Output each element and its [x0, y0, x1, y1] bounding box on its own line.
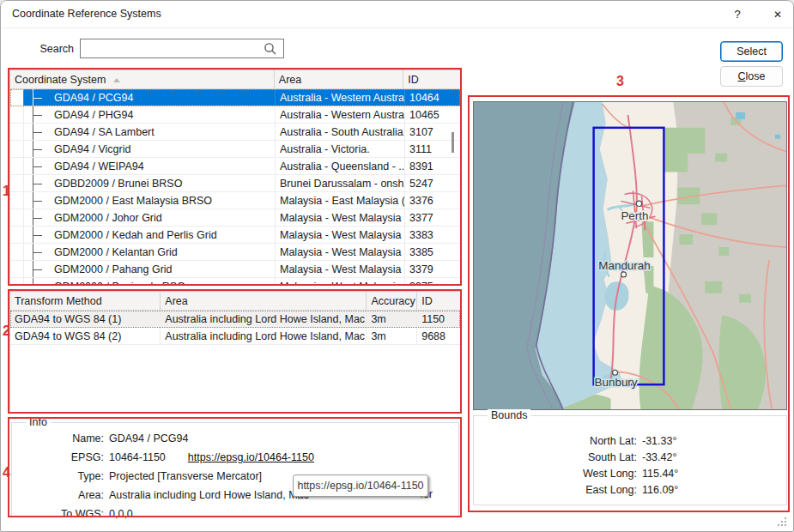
tree-branch-icon	[33, 209, 43, 226]
column-area[interactable]: Area	[275, 70, 403, 88]
table-row[interactable]: GDA94 to WGS 84 (2) Australia including …	[10, 328, 460, 345]
tree-branch-icon	[33, 89, 43, 106]
epsg-link[interactable]: https://epsg.io/10464-1150	[188, 451, 314, 463]
column-label: Accuracy	[371, 295, 415, 307]
table-row[interactable]: GDM2000 / Kedah and Perlis Grid Malaysia…	[10, 227, 460, 244]
table-row[interactable]: GDM2000 / East Malaysia BRSO Malaysia - …	[10, 192, 460, 209]
south-lat-value: -33.42°	[642, 451, 676, 463]
type-label: Type:	[12, 470, 104, 482]
select-button[interactable]: Select	[720, 41, 783, 62]
table-row[interactable]: GDBD2009 / Brunei BRSO Brunei Darussalam…	[10, 175, 460, 192]
towgs-label: To WGS:	[12, 508, 104, 520]
transform-method: GDA94 to WGS 84 (2)	[15, 330, 121, 342]
table-row[interactable]: GDM2000 / Kelantan Grid Malaysia - West …	[10, 244, 460, 261]
crs-area: Australia - Western Austra...	[280, 92, 405, 104]
crs-area: Malaysia - West Malaysia ...	[280, 263, 405, 275]
table-row[interactable]: GDA94 / WEIPA94 Australia - Queensland -…	[10, 158, 460, 175]
select-button-label: Select	[736, 45, 767, 57]
tree-branch-icon	[33, 192, 43, 209]
epsg-label: EPSG:	[12, 451, 104, 463]
crs-area: Malaysia - West Malaysia ...	[280, 246, 405, 258]
sort-ascending-icon	[113, 78, 120, 82]
east-long-value: 116.09°	[642, 484, 678, 496]
row-gutter	[10, 141, 24, 157]
column-area[interactable]: Area	[161, 292, 367, 310]
tree-branch-icon	[33, 106, 43, 123]
window-close-button[interactable]: ✕	[761, 1, 794, 27]
crs-name: GDM2000 / East Malaysia BRSO	[54, 195, 212, 207]
annotation-number-2: 2	[3, 323, 10, 339]
help-icon: ?	[734, 8, 740, 21]
info-group-label: Info	[26, 416, 51, 428]
row-gutter	[10, 158, 24, 174]
crs-area: Australia - South Australia.	[280, 126, 405, 138]
type-value: Projected [Transverse Mercator]	[109, 470, 262, 482]
transform-id: 9688	[421, 330, 445, 342]
bunbury-label: Bunbury	[594, 376, 637, 389]
annotation-number-1: 1	[3, 184, 10, 199]
crs-name: GDM2000 / Kedah and Perlis Grid	[54, 229, 217, 241]
column-id[interactable]: ID	[403, 70, 460, 88]
crs-name: GDA94 / WEIPA94	[54, 160, 144, 172]
resize-grip-icon[interactable]	[777, 517, 788, 529]
vertical-scrollbar[interactable]	[451, 89, 455, 283]
table-row[interactable]: GDA94 / PHG94 Australia - Western Austra…	[10, 106, 460, 124]
transform-accuracy: 3m	[371, 313, 385, 325]
crs-name: GDBD2009 / Brunei BRSO	[54, 178, 182, 190]
row-gutter	[10, 261, 24, 277]
crs-table: Coordinate System Area ID GDA94 / PCG94 …	[9, 70, 461, 285]
search-input[interactable]	[80, 39, 284, 58]
table-row[interactable]: GDM2000 / Peninsula RSO Malaysia - West …	[10, 278, 460, 285]
row-gutter	[10, 106, 24, 123]
north-lat-label: North Lat:	[474, 435, 637, 447]
column-label: Coordinate System	[15, 74, 106, 86]
table-row[interactable]: GDM2000 / Pahang Grid Malaysia - West Ma…	[10, 261, 460, 278]
name-label: Name:	[12, 432, 104, 444]
crs-id: 3379	[409, 263, 433, 275]
table-row[interactable]: GDA94 / SA Lambert Australia - South Aus…	[10, 124, 460, 141]
row-gutter	[10, 175, 24, 191]
crs-id: 3111	[409, 143, 432, 155]
crs-name: GDM2000 / Kelantan Grid	[54, 246, 178, 258]
perth-label: Perth	[621, 209, 648, 222]
column-coordinate-system[interactable]: Coordinate System	[10, 70, 275, 88]
table-row[interactable]: GDA94 / Vicgrid Australia - Victoria. 31…	[10, 141, 460, 158]
close-button[interactable]: Close	[720, 66, 783, 87]
column-label: ID	[408, 74, 419, 86]
crs-name: GDA94 / SA Lambert	[54, 126, 155, 138]
column-accuracy[interactable]: Accuracy	[367, 292, 417, 310]
table-row-focused[interactable]: GDA94 to WGS 84 (1) Australia including …	[10, 311, 460, 328]
transform-table: Transform Method Area Accuracy ID GDA94 …	[9, 291, 461, 413]
table-row-selected[interactable]: GDA94 / PCG94 Australia - Western Austra…	[10, 89, 460, 106]
crs-name: GDM2000 / Peninsula RSO	[54, 281, 185, 286]
transform-area: Australia including Lord Howe Island, Ma…	[165, 313, 367, 325]
search-label: Search	[25, 43, 74, 55]
column-label: Transform Method	[15, 295, 102, 307]
map-view[interactable]: Perth Mandurah Bunbury	[473, 101, 787, 410]
tree-branch-icon	[33, 227, 43, 243]
transform-accuracy: 3m	[371, 330, 385, 342]
close-icon: ✕	[773, 9, 782, 21]
crs-area: Brunei Darussalam - onsh...	[280, 178, 405, 190]
row-gutter	[10, 244, 24, 260]
table-row[interactable]: GDM2000 / Johor Grid Malaysia - West Mal…	[10, 209, 460, 227]
crs-area: Malaysia - West Malaysia ...	[280, 229, 405, 241]
dialog-window: Coordinate Reference Systems ? ✕ Search …	[0, 0, 794, 532]
row-gutter	[10, 89, 24, 106]
towgs-value: 0,0,0	[109, 508, 133, 520]
titlebar: Coordinate Reference Systems ? ✕	[1, 1, 793, 28]
crs-name: GDA94 / PCG94	[54, 92, 133, 104]
row-gutter	[10, 278, 24, 285]
crs-area: Malaysia - West Malaysia ...	[280, 281, 405, 286]
column-id[interactable]: ID	[417, 292, 460, 310]
west-long-value: 115.44°	[642, 468, 678, 480]
scrollbar-thumb[interactable]	[452, 132, 454, 153]
crs-id: 3377	[409, 212, 433, 224]
row-gutter	[10, 209, 24, 226]
column-transform-method[interactable]: Transform Method	[10, 292, 161, 310]
annotation-number-3: 3	[616, 74, 624, 89]
north-lat-value: -31.33°	[642, 435, 676, 447]
help-button[interactable]: ?	[720, 1, 755, 27]
name-value: GDA94 / PCG94	[109, 432, 188, 444]
row-gutter	[10, 192, 24, 209]
